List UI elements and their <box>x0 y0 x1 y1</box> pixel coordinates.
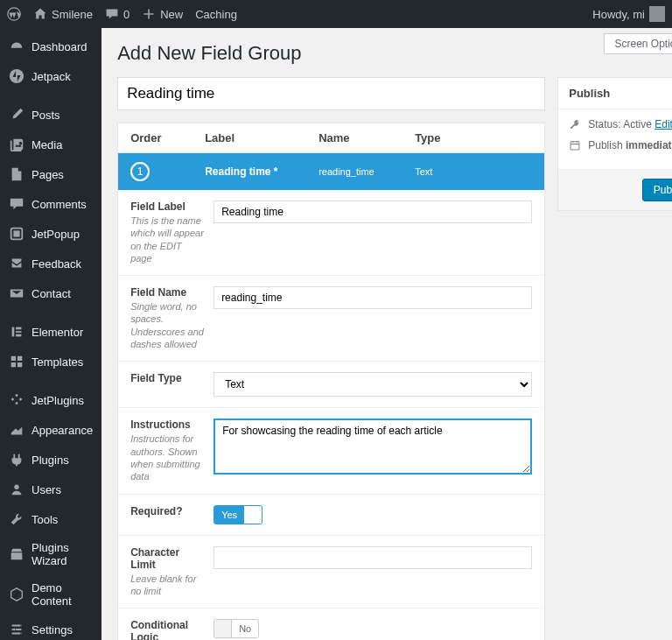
field-name-help: Single word, no spaces. Underscores and … <box>130 300 205 350</box>
instructions-title: Instructions <box>130 418 205 431</box>
publish-box: Publish Status: Active Edit Publish imme… <box>557 77 672 211</box>
svg-point-1 <box>10 69 24 83</box>
svg-point-11 <box>18 632 20 635</box>
publish-status-row: Status: Active Edit <box>569 118 672 130</box>
publish-box-title: Publish <box>569 87 610 100</box>
calendar-icon <box>569 139 581 151</box>
sidebar-item-plugins-wizard[interactable]: Plugins Wizard <box>0 534 102 574</box>
sidebar-item-comments[interactable]: Comments <box>0 189 102 219</box>
svg-point-8 <box>14 485 18 489</box>
sidebar-item-appearance[interactable]: Appearance <box>0 415 102 445</box>
sidebar-item-elementor[interactable]: Elementor <box>0 317 102 347</box>
new-content[interactable]: New <box>142 7 183 21</box>
edit-status-link[interactable]: Edit <box>654 118 672 130</box>
fields-header: Order Label Name Type <box>118 123 544 153</box>
sidebar-item-dashboard[interactable]: Dashboard <box>0 32 102 61</box>
required-title: Required? <box>130 505 205 517</box>
howdy-user[interactable]: Howdy, mi <box>592 6 665 22</box>
svg-point-9 <box>18 624 20 627</box>
publish-schedule-row: Publish immediately <box>569 139 672 151</box>
page-title: Add New Field Group <box>117 42 672 65</box>
svg-rect-7 <box>16 334 21 337</box>
header-order: Order <box>130 131 205 144</box>
field-row[interactable]: 1 Reading time * reading_time Text <box>118 153 544 190</box>
header-name: Name <box>318 131 415 144</box>
instructions-textarea[interactable]: For showcasing the reading time of each … <box>214 418 532 475</box>
sidebar-item-media[interactable]: Media <box>0 130 102 159</box>
header-label: Label <box>205 131 318 144</box>
field-name-input[interactable] <box>214 286 532 309</box>
group-title-input[interactable] <box>117 77 545 110</box>
field-order-number: 1 <box>130 162 150 181</box>
site-name[interactable]: Smilene <box>33 7 93 21</box>
sidebar-item-settings[interactable]: Settings <box>0 615 102 640</box>
sidebar-item-tools[interactable]: Tools <box>0 504 102 534</box>
field-type-select[interactable]: Text <box>214 372 532 397</box>
charlimit-help: Leave blank for no limit <box>130 573 205 598</box>
user-avatar-icon <box>649 6 665 22</box>
sidebar-item-jetpopup[interactable]: JetPopup <box>0 219 102 249</box>
svg-rect-3 <box>13 230 19 236</box>
sidebar-item-plugins[interactable]: Plugins <box>0 445 102 475</box>
sidebar-item-jetpack[interactable]: Jetpack <box>0 61 102 91</box>
wp-logo[interactable] <box>7 7 21 21</box>
header-type: Type <box>415 131 532 144</box>
key-icon <box>569 118 581 130</box>
charlimit-input[interactable] <box>214 546 532 569</box>
field-label-input[interactable] <box>214 200 532 223</box>
required-toggle[interactable]: Yes <box>214 505 262 524</box>
svg-rect-4 <box>12 327 15 337</box>
field-row-name: reading_time <box>318 166 415 177</box>
fields-box: Order Label Name Type 1 Reading time * r… <box>117 123 545 640</box>
screen-options-button[interactable]: Screen Options <box>604 33 673 54</box>
sidebar-item-pages[interactable]: Pages <box>0 159 102 189</box>
condlogic-title: Conditional Logic <box>130 619 205 640</box>
main-content: Screen Options Add New Field Group Order… <box>102 28 672 640</box>
svg-rect-6 <box>16 331 21 333</box>
sidebar-item-contact[interactable]: Contact <box>0 278 102 308</box>
admin-topbar: Smilene 0 New Caching Howdy, mi <box>0 0 672 28</box>
field-name-title: Field Name <box>130 286 205 299</box>
sidebar-item-posts[interactable]: Posts <box>0 100 102 130</box>
condlogic-toggle[interactable]: No <box>214 619 259 638</box>
sidebar-item-templates[interactable]: Templates <box>0 347 102 376</box>
field-row-label: Reading time * <box>205 165 318 178</box>
sidebar-item-users[interactable]: Users <box>0 475 102 504</box>
field-type-title: Field Type <box>130 372 205 384</box>
admin-sidebar: Dashboard Jetpack Posts Media Pages Comm… <box>0 28 102 640</box>
field-row-type: Text <box>415 166 432 177</box>
caching-link[interactable]: Caching <box>195 8 237 21</box>
field-label-help: This is the name which will appear on th… <box>130 215 205 264</box>
comments-count[interactable]: 0 <box>105 7 130 21</box>
charlimit-title: Character Limit <box>130 546 205 571</box>
svg-rect-17 <box>570 142 579 150</box>
sidebar-item-jetplugins[interactable]: JetPlugins <box>0 385 102 415</box>
publish-button[interactable]: Publish <box>642 179 672 201</box>
svg-point-10 <box>13 629 16 631</box>
instructions-help: Instructions for authors. Shown when sub… <box>130 433 205 482</box>
svg-rect-5 <box>16 327 21 330</box>
sidebar-item-demo-content[interactable]: Demo Content <box>0 574 102 615</box>
sidebar-item-feedback[interactable]: Feedback <box>0 249 102 278</box>
field-label-title: Field Label <box>130 200 205 213</box>
